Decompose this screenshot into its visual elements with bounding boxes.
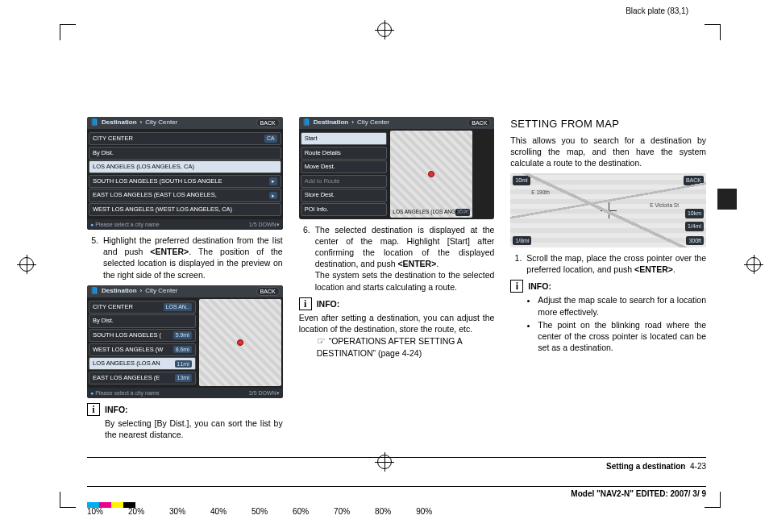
info-icon: i [87, 403, 100, 416]
menu-route-details[interactable]: Route Details [301, 147, 388, 160]
street-label: E 190th [531, 189, 549, 197]
bullet-item: The point on the blinking road where the… [538, 319, 706, 354]
crop-mark-tr [705, 24, 721, 40]
screenshot-dest-menu: 📘 Destination› City Center BACK Start Ro… [299, 117, 495, 219]
percent-bar: 10%20%30% 40%50%60% 70%80%90% [87, 507, 432, 516]
step-5: 5. Highlight the preferred destination f… [87, 235, 283, 281]
crumb-destination: Destination [102, 118, 137, 127]
info-heading: i INFO: [510, 280, 706, 293]
menu-store-dest[interactable]: Store Dest. [301, 189, 388, 202]
scale-chip: 1/8mi [513, 236, 531, 245]
list-item[interactable]: EAST LOS ANGELES (E13mi [89, 372, 196, 384]
menu-move-dest[interactable]: Move Dest. [301, 160, 388, 173]
footer-text: Setting a destination 4-23 [606, 462, 706, 471]
info-bullets: Adjust the map scale to search for a loc… [510, 294, 706, 353]
crumb-city-center: City Center [145, 118, 177, 127]
info-icon: i [299, 297, 312, 310]
list-item[interactable]: WEST LOS ANGELES (W8.6mi [89, 343, 196, 356]
bullet-item: Adjust the map scale to search for a loc… [538, 294, 706, 317]
map-preview: 300ft LOS ANGELES (LOS ANGELES [390, 131, 472, 217]
list-item[interactable]: SOUTH LOS ANGELES (5.9mi [89, 329, 196, 342]
map-pin-icon [428, 171, 434, 177]
column-2: 📘 Destination› City Center BACK Start Ro… [299, 117, 495, 443]
screenshot-city-list: 📘 Destination › City Center BACK CITY CE… [87, 117, 283, 230]
registration-top [377, 23, 392, 40]
side-chip: 1/4mi [685, 222, 704, 231]
pointing-hand-icon: ☞ [317, 335, 326, 347]
hint-text: Please select a city name [90, 221, 160, 228]
page-root: Black plate (83,1) 📘 Destination › City … [0, 0, 769, 532]
menu-poi-info[interactable]: POI Info. [301, 203, 388, 216]
info-heading: i INFO: [87, 403, 283, 416]
column-3: SETTING FROM MAP This allows you to sear… [510, 117, 706, 443]
plate-label: Black plate (83,1) [626, 6, 688, 15]
crosshair-icon [601, 202, 617, 218]
back-button[interactable]: BACK [468, 118, 491, 127]
info-body: Even after setting a destination, you ca… [299, 312, 495, 335]
footer-rule [87, 457, 706, 458]
column-1: 📘 Destination › City Center BACK CITY CE… [87, 117, 283, 443]
nav-book-icon: 📘 [90, 118, 98, 127]
map-preview [199, 299, 281, 385]
section-intro: This allows you to search for a destinat… [510, 135, 706, 169]
registration-right [746, 257, 761, 275]
cross-reference: ☞“OPERATIONS AFTER SETTING A DESTINATION… [299, 335, 495, 359]
screenshot-city-list-dist: 📘 Destination› City Center BACK CITY CEN… [87, 285, 283, 398]
side-chip: 10km [685, 209, 704, 218]
sort-row[interactable]: By Dist. [89, 147, 281, 160]
menu-start[interactable]: Start [301, 132, 388, 145]
list-item[interactable]: EAST LOS ANGELES (EAST LOS ANGELES,▸ [89, 189, 281, 202]
screenshot-map-scroll: 10mi BACK 1/8mi 300ft 10km 1/4mi E Victo… [510, 173, 706, 247]
model-rule [87, 486, 706, 487]
info-heading: i INFO: [299, 297, 495, 310]
street-label: E Victoria St [650, 202, 679, 210]
header-row[interactable]: CITY CENTER LOS AN.. [89, 301, 196, 314]
header-row[interactable]: CITY CENTER CA [89, 132, 281, 145]
info-body: By selecting [By Dist.], you can sort th… [87, 418, 283, 440]
crop-mark-br [705, 492, 721, 508]
nav-book-icon: 📘 [302, 118, 310, 127]
nav-book-icon: 📘 [90, 287, 98, 296]
section-heading: SETTING FROM MAP [510, 117, 706, 131]
distance-chip: 10mi [513, 176, 530, 185]
map-caption: LOS ANGELES (LOS ANGELES [393, 209, 468, 216]
crop-mark-bl [60, 492, 76, 508]
sort-row[interactable]: By Dist. [89, 314, 196, 327]
list-item[interactable]: LOS ANGELES (LOS ANGELES, CA) [89, 160, 281, 173]
back-button[interactable]: BACK [684, 176, 704, 185]
map-pin-icon [237, 339, 243, 346]
info-icon: i [510, 280, 523, 293]
list-item[interactable]: SOUTH LOS ANGELES (SOUTH LOS ANGELE▸ [89, 175, 281, 188]
scale-chip: 300ft [686, 236, 704, 245]
thumb-tab [717, 189, 737, 210]
crop-mark-tl [60, 24, 76, 40]
back-button[interactable]: BACK [256, 287, 280, 296]
model-text: Model "NAV2-N" EDITED: 2007/ 3/ 9 [571, 489, 706, 498]
step-1: 1. Scroll the map, place the cross point… [510, 252, 706, 275]
step-6: 6. The selected destination is displayed… [299, 224, 495, 293]
back-button[interactable]: BACK [256, 118, 280, 127]
list-item[interactable]: WEST LOS ANGELES (WEST LOS ANGELES, CA) [89, 203, 281, 216]
registration-left [19, 257, 34, 275]
content-columns: 📘 Destination › City Center BACK CITY CE… [87, 117, 706, 443]
menu-add-to-route: Add to Route [301, 175, 388, 188]
list-item[interactable]: LOS ANGELES (LOS AN11mi [89, 357, 196, 370]
